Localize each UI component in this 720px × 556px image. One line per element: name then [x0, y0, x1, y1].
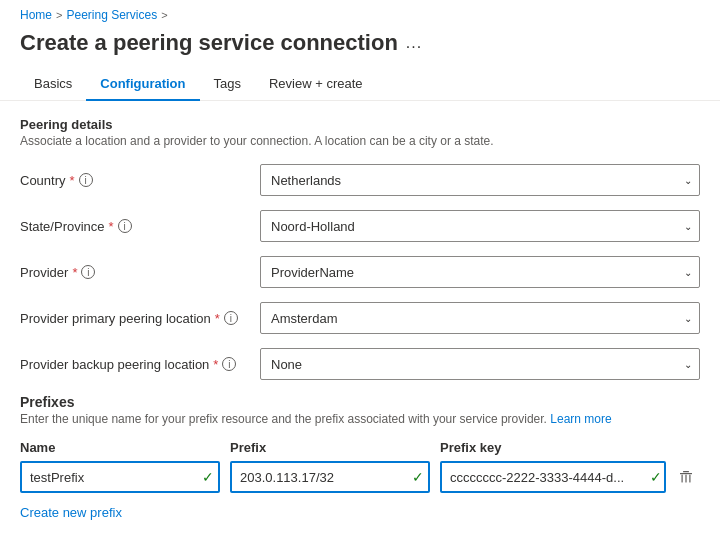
state-row: State/Province * i Noord-Holland ⌄ [20, 210, 700, 242]
main-content: Peering details Associate a location and… [0, 117, 720, 540]
prefixes-desc-text: Enter the unique name for your prefix re… [20, 412, 547, 426]
backup-location-dropdown-wrapper: None ⌄ [260, 348, 700, 380]
breadcrumb-peering-services[interactable]: Peering Services [66, 8, 157, 22]
country-dropdown[interactable]: Netherlands [260, 164, 700, 196]
col-header-name: Name [20, 440, 220, 455]
create-new-prefix-link[interactable]: Create new prefix [20, 505, 122, 520]
primary-location-label-text: Provider primary peering location [20, 311, 211, 326]
state-info-icon[interactable]: i [118, 219, 132, 233]
breadcrumb: Home > Peering Services > [0, 0, 720, 26]
peering-details-desc: Associate a location and a provider to y… [20, 134, 700, 148]
state-dropdown-wrapper: Noord-Holland ⌄ [260, 210, 700, 242]
provider-dropdown[interactable]: ProviderName [260, 256, 700, 288]
primary-location-required: * [215, 311, 220, 326]
breadcrumb-sep1: > [56, 9, 62, 21]
prefixes-learn-more[interactable]: Learn more [550, 412, 611, 426]
provider-label-text: Provider [20, 265, 68, 280]
page-title: Create a peering service connection [20, 30, 398, 56]
primary-location-label: Provider primary peering location * i [20, 311, 260, 326]
prefixkey-input-wrapper: ✓ [440, 461, 700, 493]
page-title-row: Create a peering service connection ... [0, 26, 720, 68]
name-input[interactable] [20, 461, 220, 493]
primary-location-info-icon[interactable]: i [224, 311, 238, 325]
breadcrumb-sep2: > [161, 9, 167, 21]
country-info-icon[interactable]: i [79, 173, 93, 187]
country-label-text: Country [20, 173, 66, 188]
col-header-prefix: Prefix [230, 440, 430, 455]
breadcrumb-home[interactable]: Home [20, 8, 52, 22]
prefix-input[interactable] [230, 461, 430, 493]
backup-location-dropdown[interactable]: None [260, 348, 700, 380]
country-dropdown-wrapper: Netherlands ⌄ [260, 164, 700, 196]
provider-required: * [72, 265, 77, 280]
prefixes-desc: Enter the unique name for your prefix re… [20, 412, 700, 426]
svg-rect-3 [685, 475, 686, 483]
tab-basics[interactable]: Basics [20, 68, 86, 101]
primary-location-dropdown-wrapper: Amsterdam ⌄ [260, 302, 700, 334]
state-dropdown[interactable]: Noord-Holland [260, 210, 700, 242]
prefix-input-wrapper: ✓ [230, 461, 430, 493]
prefix-table-header: Name Prefix Prefix key [20, 440, 700, 455]
primary-location-row: Provider primary peering location * i Am… [20, 302, 700, 334]
backup-location-required: * [213, 357, 218, 372]
backup-location-label-text: Provider backup peering location [20, 357, 209, 372]
tab-tags[interactable]: Tags [200, 68, 255, 101]
country-label: Country * i [20, 173, 260, 188]
title-ellipsis-button[interactable]: ... [406, 34, 422, 52]
state-label-text: State/Province [20, 219, 105, 234]
provider-dropdown-wrapper: ProviderName ⌄ [260, 256, 700, 288]
backup-location-row: Provider backup peering location * i Non… [20, 348, 700, 380]
col-header-prefixkey: Prefix key [440, 440, 700, 455]
peering-details-title: Peering details [20, 117, 700, 132]
tabs: Basics Configuration Tags Review + creat… [0, 68, 720, 101]
delete-prefix-button[interactable] [672, 463, 700, 491]
svg-rect-0 [680, 473, 692, 474]
prefix-row: ✓ ✓ ✓ [20, 461, 700, 493]
svg-rect-4 [689, 475, 690, 483]
svg-rect-2 [682, 475, 683, 483]
tab-configuration[interactable]: Configuration [86, 68, 199, 101]
state-label: State/Province * i [20, 219, 260, 234]
backup-location-info-icon[interactable]: i [222, 357, 236, 371]
name-input-wrapper: ✓ [20, 461, 220, 493]
delete-icon [679, 470, 693, 484]
backup-location-label: Provider backup peering location * i [20, 357, 260, 372]
prefixkey-input[interactable] [440, 461, 666, 493]
provider-label: Provider * i [20, 265, 260, 280]
state-required: * [109, 219, 114, 234]
prefixes-title: Prefixes [20, 394, 700, 410]
country-row: Country * i Netherlands ⌄ [20, 164, 700, 196]
provider-info-icon[interactable]: i [81, 265, 95, 279]
country-required: * [70, 173, 75, 188]
tab-review-create[interactable]: Review + create [255, 68, 377, 101]
provider-row: Provider * i ProviderName ⌄ [20, 256, 700, 288]
primary-location-dropdown[interactable]: Amsterdam [260, 302, 700, 334]
svg-rect-1 [683, 471, 689, 472]
